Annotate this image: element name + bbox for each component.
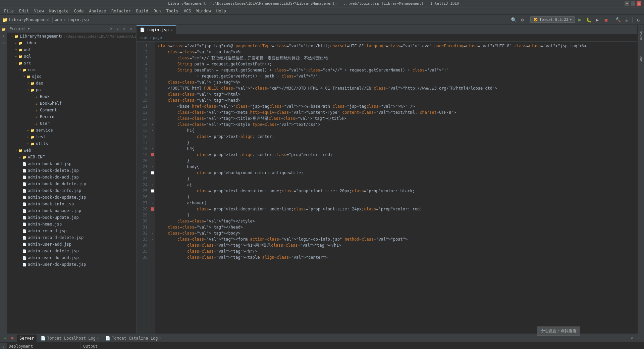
tree-arrow-icon bbox=[18, 209, 22, 213]
tree-item[interactable]: ▾📁com bbox=[7, 66, 136, 73]
toolbar-nav-web[interactable]: web bbox=[55, 17, 62, 22]
tree-item[interactable]: ▸📁service bbox=[7, 127, 136, 134]
run-up-icon[interactable]: ↑ bbox=[1, 344, 7, 349]
menu-item-tools[interactable]: Tools bbox=[164, 8, 181, 14]
run-stop-icon[interactable]: ■ bbox=[9, 335, 15, 341]
maximize-button[interactable]: □ bbox=[631, 1, 635, 6]
toolbar-nav-login[interactable]: login.jsp bbox=[67, 17, 89, 22]
sync-icon[interactable]: ⟳ bbox=[108, 26, 114, 32]
menu-item-refactor[interactable]: Refactor bbox=[109, 8, 133, 14]
tab-close-icon[interactable]: ✕ bbox=[171, 28, 173, 32]
sdk-icon[interactable]: ☕ bbox=[623, 16, 630, 23]
vcs-icon[interactable]: ⎇ bbox=[1, 40, 7, 46]
close-panel-icon[interactable]: ✕ bbox=[128, 26, 134, 32]
menu-item-code[interactable]: Code bbox=[71, 8, 87, 14]
tree-item[interactable]: ☕BookShelf bbox=[7, 100, 136, 107]
menu-item-run[interactable]: Run bbox=[151, 8, 164, 14]
menu-item-edit[interactable]: Edit bbox=[16, 8, 32, 14]
tree-item[interactable]: 📄admin-book-do-add.jsp bbox=[7, 174, 136, 181]
tree-item[interactable]: ☕User bbox=[7, 120, 136, 127]
tree-item[interactable]: 📄admin-user-delete.jsp bbox=[7, 248, 136, 254]
menu-item-help[interactable]: Help bbox=[214, 8, 229, 14]
tree-item[interactable]: ▾📁dao bbox=[7, 80, 136, 87]
tree-item[interactable]: 📄admin-book-do-info.jsp bbox=[7, 187, 136, 194]
project-panel: Project ▾ ⟳ ▴ ⚙ ✕ ▾📁LibraryManagement F:… bbox=[7, 25, 137, 334]
tree-item[interactable]: ☕Comment bbox=[7, 107, 136, 113]
settings-icon[interactable]: ⚙ bbox=[121, 26, 127, 32]
run-tab-localhost-log[interactable]: 📄 Tomcat Localhost Log ✕ bbox=[38, 335, 101, 342]
menu-item-window[interactable]: Window bbox=[194, 8, 213, 14]
run-collapse-icon[interactable]: ▾ bbox=[636, 335, 642, 341]
debug-button[interactable]: 🐛 bbox=[585, 16, 592, 23]
run-tab-server[interactable]: Server bbox=[17, 335, 37, 342]
tree-item[interactable]: ☕Book bbox=[7, 93, 136, 100]
tree-item[interactable]: 📄admin-book-info.jsp bbox=[7, 201, 136, 207]
menu-item-navigate[interactable]: Navigate bbox=[47, 8, 71, 14]
tree-item[interactable]: 📄admin-record-delete.jsp bbox=[7, 234, 136, 241]
run-restart-icon[interactable]: ↺ bbox=[2, 335, 8, 341]
tree-item[interactable]: ▸📁.idea bbox=[7, 40, 136, 46]
breadcrumb-child[interactable]: page bbox=[153, 36, 162, 40]
update-icon[interactable]: ↻ bbox=[635, 16, 642, 23]
tree-arrow-icon: ▸ bbox=[18, 155, 22, 159]
tree-item[interactable]: 📄admin-book-delete.jsp bbox=[7, 167, 136, 174]
tree-item[interactable]: 📄admin-user-do-add.jsp bbox=[7, 254, 136, 261]
tree-item[interactable]: 📄admin-book-add.jsp bbox=[7, 160, 136, 167]
stop-button[interactable]: ■ bbox=[602, 16, 610, 23]
menu-item-file[interactable]: File bbox=[1, 8, 16, 14]
project-icon[interactable]: 📁 bbox=[1, 26, 7, 32]
menu-item-view[interactable]: View bbox=[32, 8, 47, 14]
tree-item[interactable]: 📄admin-home.jsp bbox=[7, 221, 136, 228]
tree-item[interactable]: 📄admin-record.jsp bbox=[7, 228, 136, 234]
tree-item[interactable]: ▾📁web bbox=[7, 147, 136, 154]
tree-item[interactable]: 📄admin-book-update.jsp bbox=[7, 214, 136, 221]
tree-item[interactable]: 📄admin-book-do-delete.jsp bbox=[7, 181, 136, 187]
ant-icon[interactable]: Ant bbox=[638, 52, 644, 66]
line-number: 35 bbox=[139, 248, 148, 254]
tomcat-dropdown[interactable]: 🐱 Tomcat 8.5.23 ▾ bbox=[530, 16, 575, 23]
localhost-log-close[interactable]: ✕ bbox=[97, 337, 99, 340]
project-chevron[interactable]: ▾ bbox=[28, 27, 30, 31]
tree-item[interactable]: ▾📁LibraryManagement F:\BusinessCodes\IDE… bbox=[7, 33, 136, 40]
run-button[interactable]: ▶ bbox=[576, 16, 584, 23]
run-tab-catalina-log[interactable]: 📄 Tomcat Catalina Log ✕ bbox=[103, 335, 164, 342]
tree-item[interactable]: ▸📁WEB-INF bbox=[7, 154, 136, 160]
tree-item[interactable]: 📄admin-user-add.jsp bbox=[7, 241, 136, 248]
toolbar-project-name[interactable]: LibraryManagement bbox=[9, 17, 50, 22]
tree-item[interactable]: ▸📁utils bbox=[7, 140, 136, 147]
close-button[interactable]: ✕ bbox=[637, 1, 641, 6]
tree-item[interactable]: ▾📁po bbox=[7, 87, 136, 93]
tree-item[interactable]: ▸📁sql bbox=[7, 53, 136, 60]
menu-item-vcs[interactable]: VCS bbox=[181, 8, 194, 14]
tree-item[interactable]: ▾📁src bbox=[7, 60, 136, 66]
tree-item[interactable]: 📄admin-book-manager.jsp bbox=[7, 207, 136, 214]
minimize-button[interactable]: ─ bbox=[625, 1, 629, 6]
tree-item[interactable]: ▸📁test bbox=[7, 134, 136, 140]
tree-item[interactable]: 📄admin-book-do-update.jsp bbox=[7, 194, 136, 201]
tree-item[interactable]: ▾📁sjsq bbox=[7, 73, 136, 80]
tree-node-extra: F:\BusinessCodes\IDEA\ManagementLibJSP\L… bbox=[61, 34, 136, 39]
tree-arrow-icon bbox=[30, 95, 34, 99]
collapse-icon[interactable]: ▴ bbox=[115, 26, 121, 32]
run-settings-icon[interactable]: ⚙ bbox=[629, 335, 635, 341]
code-line: } bbox=[158, 158, 635, 164]
search-icon[interactable]: 🔍 bbox=[510, 16, 517, 23]
build-icon[interactable]: 🔨 bbox=[614, 16, 622, 23]
tree-item[interactable]: ▾📁out bbox=[7, 46, 136, 53]
tree-item[interactable]: ☕Record bbox=[7, 113, 136, 120]
tree-item[interactable]: 📄admin-user-do-update.jsp bbox=[7, 261, 136, 268]
floating-tooltip[interactable]: 个性设置：点我看看 bbox=[537, 327, 580, 336]
code-editor[interactable]: 1234567891011121314151617181920212223242… bbox=[137, 42, 637, 334]
menu-item-build[interactable]: Build bbox=[133, 8, 151, 14]
gear-icon[interactable]: ⚙ bbox=[519, 16, 526, 23]
tree-node-icon: 📁 bbox=[30, 135, 35, 139]
breadcrumb-root[interactable]: root bbox=[139, 36, 148, 40]
maven-icon[interactable]: Maven bbox=[638, 26, 644, 46]
coverage-button[interactable]: ▶̇ bbox=[594, 16, 601, 23]
catalina-log-close[interactable]: ✕ bbox=[159, 337, 161, 340]
commit-icon[interactable]: ↑ bbox=[1, 33, 7, 39]
tree-node-icon: 📁 bbox=[30, 88, 35, 92]
code-content[interactable]: class=class="val">"jsp-tag"><%@ page con… bbox=[155, 42, 637, 334]
menu-item-analyze[interactable]: Analyze bbox=[86, 8, 109, 14]
active-tab[interactable]: 📄 login.jsp ✕ bbox=[137, 25, 176, 34]
